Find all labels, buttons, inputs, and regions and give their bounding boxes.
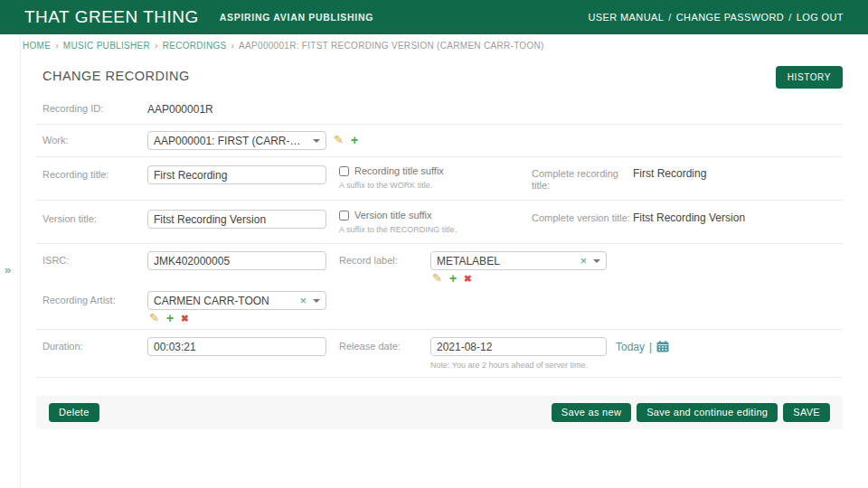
edit-work-icon[interactable]: ✎ <box>334 135 344 145</box>
delete-artist-icon[interactable]: ✖ <box>181 313 189 324</box>
recording-title-suffix-label[interactable]: Recording title suffix <box>354 165 444 177</box>
record-label-select[interactable]: METALABEL × <box>430 251 607 270</box>
breadcrumb: HOME › MUSIC PUBLISHER › RECORDINGS › AA… <box>23 34 850 56</box>
save-and-continue-button[interactable]: Save and continue editing <box>637 403 778 422</box>
recording-id-value: AAP000001R <box>147 103 213 116</box>
recording-artist-actions: ✎ + ✖ <box>147 313 326 324</box>
breadcrumb-recordings[interactable]: RECORDINGS <box>163 41 227 51</box>
edit-record-label-icon[interactable]: ✎ <box>432 273 442 284</box>
isrc-input[interactable] <box>147 251 326 270</box>
version-title-input[interactable] <box>147 210 326 229</box>
isrc-record-label-line: ISRC: Record label: METALABEL × ✎ + ✖ <box>42 251 843 284</box>
add-work-icon[interactable]: + <box>351 135 358 145</box>
user-tools-separator: / <box>668 12 671 23</box>
user-tools-separator: / <box>788 12 791 23</box>
version-title-suffix-block: Version title suffix A suffix to the REC… <box>339 210 529 234</box>
save-as-new-button[interactable]: Save as new <box>552 403 631 422</box>
complete-recording-title-value: First Recording <box>633 167 706 180</box>
nav-sidebar-collapsed: » <box>0 34 21 488</box>
recording-id-label: Recording ID: <box>42 103 147 115</box>
isrc-artist-row: ISRC: Record label: METALABEL × ✎ + ✖ Re… <box>36 244 843 330</box>
record-label-label: Record label: <box>339 251 430 267</box>
main-content: CHANGE RECORDING HISTORY Recording ID: A… <box>36 56 843 429</box>
delete-record-label-icon[interactable]: ✖ <box>464 273 472 284</box>
add-record-label-icon[interactable]: + <box>449 273 457 284</box>
complete-version-title: Complete version title: Fitst Recording … <box>532 210 843 224</box>
history-button[interactable]: HISTORY <box>776 66 843 89</box>
recording-title-input[interactable] <box>147 165 326 184</box>
complete-recording-title-label: Complete recording title: <box>532 167 633 192</box>
duration-label: Duration: <box>42 337 147 352</box>
server-time-note: Note: You are 2 hours ahead of server ti… <box>430 361 669 370</box>
clear-icon[interactable]: × <box>580 255 587 267</box>
chevron-down-icon <box>593 259 600 263</box>
chevron-down-icon <box>313 139 320 143</box>
work-actions: ✎ + <box>334 131 358 145</box>
page-head: CHANGE RECORDING HISTORY <box>36 56 843 95</box>
publisher-subtitle: ASPIRING AVIAN PUBLISHING <box>220 12 373 23</box>
log-out-link[interactable]: LOG OUT <box>797 12 844 23</box>
today-link[interactable]: Today <box>616 341 645 353</box>
user-manual-link[interactable]: USER MANUAL <box>588 12 664 23</box>
work-select[interactable]: AAP000001: FIRST (CARR-TOON) <box>147 131 326 150</box>
release-date-shortcuts: Today | <box>616 341 669 353</box>
site-brand-link[interactable]: THAT GREEN THING <box>24 7 199 27</box>
record-label-group: METALABEL × ✎ + ✖ <box>430 251 607 284</box>
version-title-row: Version title: Version title suffix A su… <box>36 201 843 244</box>
page-title: CHANGE RECORDING <box>36 56 843 83</box>
delete-button[interactable]: Delete <box>49 403 99 422</box>
recording-id-row: Recording ID: AAP000001R <box>36 95 843 125</box>
sidebar-expand-icon[interactable]: » <box>5 264 11 276</box>
version-title-suffix-checkbox[interactable] <box>339 211 349 221</box>
version-title-suffix-help: A suffix to the RECORDING title. <box>339 225 529 234</box>
breadcrumb-separator: › <box>55 41 59 51</box>
today-separator: | <box>649 341 652 353</box>
save-button[interactable]: SAVE <box>783 403 830 422</box>
breadcrumb-home[interactable]: HOME <box>23 41 51 51</box>
breadcrumb-separator: › <box>155 41 158 51</box>
record-label-selected-value: METALABEL <box>437 255 574 267</box>
breadcrumb-separator: › <box>231 41 234 51</box>
clear-icon[interactable]: × <box>299 295 307 306</box>
work-label: Work: <box>42 131 147 146</box>
calendar-icon[interactable] <box>656 341 669 352</box>
version-title-suffix-label[interactable]: Version title suffix <box>354 210 431 221</box>
edit-artist-icon[interactable]: ✎ <box>149 313 159 324</box>
chevron-down-icon <box>313 299 320 303</box>
recording-title-row: Recording title: Recording title suffix … <box>36 157 843 201</box>
recording-title-suffix-block: Recording title suffix A suffix to the W… <box>339 165 529 190</box>
release-date-input[interactable] <box>430 337 607 356</box>
recording-artist-line: Recording Artist: CARMEN CARR-TOON × ✎ +… <box>42 291 843 324</box>
breadcrumb-music-publisher[interactable]: MUSIC PUBLISHER <box>63 41 150 51</box>
add-artist-icon[interactable]: + <box>166 313 174 324</box>
recording-artist-label: Recording Artist: <box>42 291 147 306</box>
work-row: Work: AAP000001: FIRST (CARR-TOON) ✎ + <box>36 125 843 157</box>
breadcrumb-current: AAP000001R: FITST RECORDING VERSION (CAR… <box>239 41 544 51</box>
duration-release-row: Duration: Release date: Today | <box>36 330 843 378</box>
recording-title-suffix-checkbox[interactable] <box>339 166 349 176</box>
version-title-label: Version title: <box>42 210 147 225</box>
user-tools: USER MANUAL / CHANGE PASSWORD / LOG OUT <box>588 12 844 23</box>
submit-row: Delete Save as new Save and continue edi… <box>36 396 843 429</box>
recording-title-label: Recording title: <box>42 165 147 181</box>
recording-artist-selected-value: CARMEN CARR-TOON <box>154 295 294 307</box>
complete-recording-title: Complete recording title: First Recordin… <box>532 165 843 192</box>
isrc-label: ISRC: <box>42 251 147 267</box>
record-label-actions: ✎ + ✖ <box>430 273 607 284</box>
work-selected-value: AAP000001: FIRST (CARR-TOON) <box>154 135 307 147</box>
app-header: THAT GREEN THING ASPIRING AVIAN PUBLISHI… <box>0 0 868 34</box>
recording-artist-select[interactable]: CARMEN CARR-TOON × <box>147 291 326 310</box>
release-date-label: Release date: <box>339 337 430 352</box>
release-date-group: Today | <box>430 337 669 370</box>
complete-version-title-value: Fitst Recording Version <box>633 211 745 224</box>
recording-title-suffix-help: A suffix to the WORK title. <box>339 181 529 190</box>
complete-version-title-label: Complete version title: <box>532 211 633 224</box>
recording-artist-group: CARMEN CARR-TOON × ✎ + ✖ <box>147 291 326 324</box>
change-password-link[interactable]: CHANGE PASSWORD <box>676 12 784 23</box>
duration-input[interactable] <box>147 337 326 356</box>
